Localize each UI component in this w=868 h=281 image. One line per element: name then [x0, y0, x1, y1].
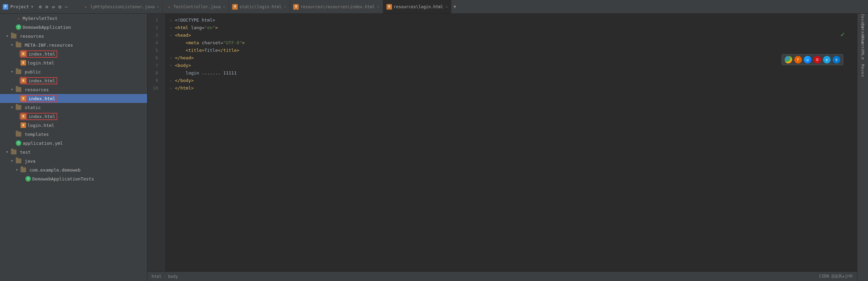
fold-7[interactable]: ▷: [170, 62, 175, 69]
tab-resources-login[interactable]: H resources\login.html ✕: [383, 0, 452, 13]
firefox-icon[interactable]: F: [794, 56, 802, 63]
arrow-public[interactable]: [10, 70, 14, 73]
folder-icon-public: [16, 69, 21, 74]
fold-6[interactable]: ▷: [170, 54, 175, 62]
label-resources: resources: [20, 34, 44, 39]
tab-static-close[interactable]: ✕: [284, 5, 286, 9]
chrome-icon[interactable]: [785, 56, 792, 63]
right-panel-maven[interactable]: m: [858, 54, 868, 63]
tabs-overflow[interactable]: ▼: [451, 0, 458, 13]
label-demoweb: DemowebApplication: [23, 25, 71, 30]
l10-tag: </html>: [175, 84, 194, 92]
l4-eq: =: [221, 39, 223, 47]
sidebar-item-index-resources[interactable]: H index.html: [0, 94, 147, 103]
swap-icon[interactable]: ⇌: [52, 4, 55, 10]
list-icon[interactable]: ≡: [45, 4, 48, 10]
tab-controller-close[interactable]: ✕: [223, 5, 225, 9]
sidebar-item-public[interactable]: public: [0, 67, 147, 76]
sidebar-item-myservlet[interactable]: ☕ MyServletTest: [0, 14, 147, 23]
fold-3[interactable]: ▷: [170, 32, 175, 39]
sidebar-item-com-example[interactable]: com.example.demoweb: [0, 165, 147, 174]
fold-1[interactable]: ▷: [170, 16, 175, 24]
tab-listener-label: lyHttpSessionListener.java: [90, 4, 155, 9]
html-file-icon3: H: [387, 4, 392, 10]
sidebar-item-meta-inf[interactable]: META-INF.resources: [0, 40, 147, 49]
l5-tag1: <title>: [186, 47, 204, 54]
l8-text: login ....... 11111: [175, 69, 237, 77]
right-panel-plantuml[interactable]: PlantUML: [858, 41, 868, 51]
sidebar-item-index-static[interactable]: H index.html: [0, 112, 147, 121]
folder-icon-templates: [16, 132, 21, 137]
html-icon-index-static: H: [21, 114, 26, 119]
sidebar-item-demoweb[interactable]: 🍃 DemowebApplication: [0, 23, 147, 32]
fold-10[interactable]: ▷: [170, 84, 175, 92]
label-yml: application.yml: [23, 141, 63, 146]
code-line-4: ▷ <meta charset = "UTF-8" >: [170, 39, 857, 47]
l3-tag: <head>: [175, 32, 191, 39]
tab-controller[interactable]: ☕ TestController.java ✕: [163, 0, 229, 13]
ie-icon[interactable]: e: [823, 56, 831, 63]
settings-icon[interactable]: ⚙: [58, 4, 61, 10]
globe-icon[interactable]: ⊕: [39, 4, 42, 10]
edge-icon[interactable]: ê: [833, 56, 840, 63]
l2-eq: =: [202, 24, 204, 32]
tab-resources-index[interactable]: H resources\resources\index.html ✕: [290, 0, 383, 13]
line-num-7: 7: [147, 62, 161, 69]
code-line-10: ▷ </html>: [170, 84, 857, 92]
line-numbers: 1 2 3 4 5 6 7 8 9 10: [147, 14, 165, 271]
arrow-com-example[interactable]: [14, 168, 19, 172]
fold-2[interactable]: ▷: [170, 24, 175, 32]
sidebar-item-java[interactable]: java: [0, 156, 147, 165]
sidebar-item-test[interactable]: test: [0, 148, 147, 156]
opera-icon[interactable]: O: [813, 56, 821, 63]
html-icon-login-meta: H: [21, 60, 26, 66]
sidebar-item-application-yml[interactable]: 🍃 application.yml: [0, 139, 147, 148]
tab-static-login-label: static\login.html: [239, 4, 282, 9]
code-line-6: ▷ </head>: [170, 54, 857, 62]
sidebar-item-resources-sub[interactable]: resources: [0, 85, 147, 94]
tab-static-login[interactable]: H static\login.html ✕: [229, 0, 290, 13]
tab-resources-close[interactable]: ✕: [377, 5, 379, 9]
arrow-test[interactable]: [5, 150, 10, 154]
label-templates: templates: [25, 132, 49, 137]
tab-listener[interactable]: ☕ lyHttpSessionListener.java ✕: [80, 0, 163, 13]
sidebar-item-login-meta[interactable]: H login.html: [0, 58, 147, 67]
l2-attr: lang: [188, 24, 202, 32]
label-meta-inf: META-INF.resources: [25, 43, 73, 48]
right-panel-maven-label[interactable]: Maven: [858, 66, 868, 75]
arrow-meta-inf[interactable]: [10, 43, 14, 47]
spring-icon-demoweb: 🍃: [16, 24, 21, 30]
title-bar-left: P Project ▼ ⊕ ≡ ⇌ ⚙ —: [3, 4, 78, 10]
line-num-2: 2: [147, 24, 161, 32]
sidebar-item-demoweb-tests[interactable]: 🍃 DemowebApplicationTests: [0, 174, 147, 183]
minimize-icon[interactable]: —: [65, 4, 68, 10]
code-content[interactable]: ▷ <!DOCTYPE html> ▷ <html lang = "en" >: [165, 14, 857, 271]
sidebar-item-resources[interactable]: resources: [0, 32, 147, 40]
title-bar: P Project ▼ ⊕ ≡ ⇌ ⚙ — ☕ lyHttpSessionLis…: [0, 0, 868, 14]
sidebar-item-index-meta[interactable]: H index.html: [0, 49, 147, 58]
sidebar-item-templates[interactable]: templates: [0, 130, 147, 139]
label-myservlet: MyServletTest: [23, 16, 58, 21]
fold-9[interactable]: ▷: [170, 77, 175, 84]
tab-active-close[interactable]: ✕: [445, 5, 448, 9]
label-com-example: com.example.demoweb: [29, 167, 81, 173]
project-dropdown-icon[interactable]: ▼: [31, 5, 33, 9]
sidebar-item-login-static[interactable]: H login.html: [0, 121, 147, 130]
arrow-java[interactable]: [10, 159, 14, 163]
tab-resources-login-label: resources\login.html: [394, 4, 443, 9]
label-index-public: index.html: [27, 78, 56, 83]
arrow-resources[interactable]: [5, 34, 10, 38]
sidebar-item-static[interactable]: static: [0, 103, 147, 112]
l5-indent: [175, 47, 186, 54]
editor-area: 1 2 3 4 5 6 7 8 9 10 ▷ <!DOCTYPE html: [147, 14, 857, 281]
arrow-resources-sub[interactable]: [10, 88, 14, 91]
code-line-1: ▷ <!DOCTYPE html>: [170, 16, 857, 24]
safari-icon[interactable]: ◎: [804, 56, 811, 63]
tab-listener-close[interactable]: ✕: [157, 5, 159, 9]
spring-icon-tests: 🍃: [25, 176, 31, 182]
l4-tag1: <meta: [186, 39, 199, 47]
sidebar-item-index-public[interactable]: H index.html: [0, 76, 147, 85]
line-num-9: 9: [147, 77, 161, 84]
arrow-static[interactable]: [10, 106, 14, 109]
label-index-resources: index.html: [27, 96, 56, 101]
